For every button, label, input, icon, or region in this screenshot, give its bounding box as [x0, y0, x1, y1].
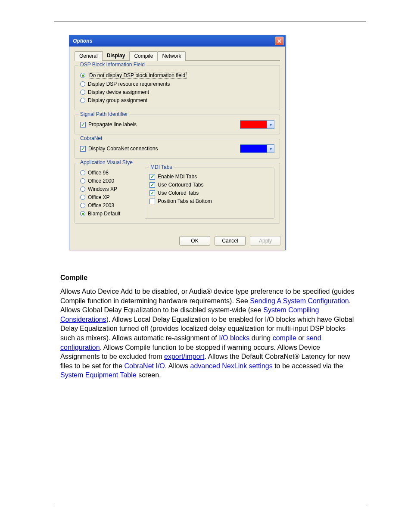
- label-spi: Propagate line labels: [88, 121, 137, 128]
- legend-spi: Signal Path Identifier: [78, 111, 130, 117]
- link-io-blocks[interactable]: I/O blocks: [219, 334, 249, 342]
- dialog-body: General Display Compile Network DSP Bloc…: [69, 47, 285, 233]
- chevron-down-icon: ▾: [267, 121, 274, 128]
- compile-paragraph: Allows Auto Device Add to be disabled, o…: [60, 287, 359, 380]
- chevron-down-icon: ▾: [267, 145, 274, 152]
- close-icon: ✕: [277, 38, 282, 44]
- radio-icon: [80, 203, 85, 208]
- dsp-radio-none[interactable]: Do not display DSP block information fie…: [80, 72, 274, 79]
- label-dsp-group: Display group assignment: [88, 97, 147, 103]
- ok-button[interactable]: OK: [179, 236, 210, 246]
- label: Office 2003: [88, 202, 114, 208]
- avs-office2003[interactable]: Office 2003: [80, 202, 136, 208]
- label: Enable MDI Tabs: [158, 174, 197, 180]
- mdi-enable[interactable]: Enable MDI Tabs: [149, 174, 270, 180]
- checkbox-icon: [149, 190, 155, 196]
- radio-icon: [80, 81, 85, 87]
- avs-radios: Office 98 Office 2000 Windows XP Office …: [80, 168, 136, 219]
- text: to be accessed via the: [273, 362, 343, 370]
- avs-winxp[interactable]: Windows XP: [80, 186, 136, 192]
- checkbox-icon: [149, 182, 155, 188]
- tab-general[interactable]: General: [75, 51, 103, 61]
- link-cobranet-io[interactable]: CobraNet I/O: [125, 362, 165, 370]
- label: Office 2000: [88, 178, 114, 184]
- legend-cobranet: CobraNet: [78, 135, 104, 141]
- text: Allows Auto Device Add to be disabled, o…: [60, 288, 189, 295]
- tab-compile[interactable]: Compile: [129, 51, 158, 61]
- checkbox-icon: [149, 174, 155, 180]
- label: Office 98: [88, 170, 109, 176]
- text: or: [296, 334, 306, 342]
- section-header-compile: Compile: [60, 274, 359, 282]
- radio-icon: [80, 98, 85, 103]
- dsp-radio-dev[interactable]: Display device assignment: [80, 89, 274, 95]
- dialog-title: Options: [73, 38, 92, 44]
- close-button[interactable]: ✕: [275, 37, 283, 45]
- group-visual-style: Application Visual Stye Office 98 Office…: [75, 163, 280, 224]
- radio-icon: [80, 73, 85, 78]
- tabs: General Display Compile Network: [75, 51, 280, 61]
- spi-color-combo[interactable]: ▾: [240, 120, 274, 129]
- color-swatch-red: [240, 121, 267, 128]
- mdi-colored[interactable]: Use Colored Tabs: [149, 190, 270, 196]
- link-sending-config[interactable]: Sending A System Configuration: [250, 297, 349, 305]
- legend-mdi: MDI Tabs: [149, 164, 174, 170]
- avs-office98[interactable]: Office 98: [80, 170, 136, 176]
- color-swatch-blue: [240, 145, 267, 152]
- avs-biamp[interactable]: Biamp Default: [80, 211, 136, 217]
- label: Use Colored Tabs: [158, 190, 199, 196]
- label: Windows XP: [88, 186, 117, 192]
- text: screen.: [137, 371, 161, 379]
- titlebar[interactable]: Options ✕: [69, 35, 285, 47]
- text-audia: Audia: [189, 288, 207, 295]
- spi-check[interactable]: Propagate line labels: [80, 121, 137, 128]
- group-signal-path: Signal Path Identifier Propagate line la…: [75, 115, 280, 134]
- link-equipment-table[interactable]: System Equipment Table: [60, 371, 137, 379]
- radio-icon: [80, 211, 85, 216]
- label: Use Cortoured Tabs: [158, 182, 204, 188]
- radio-icon: [80, 90, 85, 95]
- spi-row: Propagate line labels ▾: [80, 119, 274, 130]
- apply-button: Apply: [250, 236, 281, 246]
- avs-officexp[interactable]: Office XP: [80, 194, 136, 200]
- dsp-radio-req[interactable]: Display DSP resource requirements: [80, 81, 274, 87]
- label-dsp-req: Display DSP resource requirements: [88, 81, 170, 87]
- label: Office XP: [88, 194, 109, 200]
- radio-icon: [80, 187, 85, 192]
- text: during: [249, 334, 272, 342]
- cn-check[interactable]: Display CobraNet connections: [80, 146, 158, 152]
- label-dsp-dev: Display device assignment: [88, 89, 149, 95]
- cn-row: Display CobraNet connections ▾: [80, 143, 274, 154]
- group-cobranet: CobraNet Display CobraNet connections ▾: [75, 139, 280, 159]
- cn-color-combo[interactable]: ▾: [240, 144, 274, 153]
- link-export-import[interactable]: export/import: [164, 353, 204, 360]
- link-compile[interactable]: compile: [273, 334, 296, 342]
- options-dialog: Options ✕ General Display Compile Networ…: [69, 35, 286, 250]
- dsp-radio-group[interactable]: Display group assignment: [80, 97, 274, 103]
- radio-icon: [80, 195, 85, 200]
- link-advanced-nexlink[interactable]: advanced NexLink settings: [190, 362, 272, 370]
- mdi-contour[interactable]: Use Cortoured Tabs: [149, 182, 270, 188]
- legend-dsp: DSP Block Information Field: [78, 62, 146, 68]
- checkbox-icon: [80, 122, 86, 128]
- avs-office2000[interactable]: Office 2000: [80, 178, 136, 184]
- mdi-bottom[interactable]: Position Tabs at Bottom: [149, 198, 270, 204]
- label-cn: Display CobraNet connections: [88, 146, 158, 152]
- checkbox-icon: [80, 146, 86, 152]
- label: Position Tabs at Bottom: [158, 198, 212, 204]
- label-dsp-none: Do not display DSP block information fie…: [88, 72, 187, 79]
- tab-display[interactable]: Display: [102, 51, 130, 60]
- group-mdi: MDI Tabs Enable MDI Tabs Use Cortoured T…: [145, 168, 274, 219]
- text: . Allows: [165, 362, 190, 370]
- cancel-button[interactable]: Cancel: [215, 236, 246, 246]
- tab-network[interactable]: Network: [157, 51, 186, 61]
- radio-icon: [80, 178, 85, 184]
- group-dsp-info: DSP Block Information Field Do not displ…: [75, 65, 280, 110]
- label: Biamp Default: [88, 211, 120, 217]
- dialog-buttons: OK Cancel Apply: [69, 233, 285, 250]
- radio-icon: [80, 170, 85, 175]
- legend-avs: Application Visual Stye: [78, 159, 134, 165]
- checkbox-icon: [149, 199, 155, 204]
